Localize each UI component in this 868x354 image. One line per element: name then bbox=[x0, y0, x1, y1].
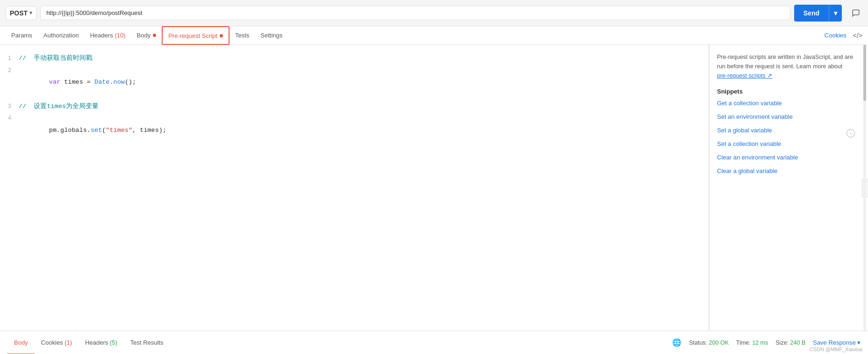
tab-body[interactable]: Body bbox=[131, 26, 162, 45]
snippet-set-collection-variable[interactable]: Set a collection variable bbox=[717, 140, 861, 147]
send-label: Send bbox=[794, 5, 829, 22]
size-label: Size: 240 B bbox=[775, 340, 805, 346]
tab-authorization-label: Authorization bbox=[43, 32, 79, 39]
code-line-4: 4 pm.globals.set("times", times); bbox=[0, 112, 709, 148]
url-bar: POST ▾ Send ▾ bbox=[0, 0, 868, 26]
save-response-chevron-icon: ▾ bbox=[857, 339, 861, 346]
bottom-tab-test-results-label: Test Results bbox=[130, 339, 164, 346]
bottom-tab-headers-label: Headers (5) bbox=[85, 339, 117, 346]
code-line-2: 2 var times = Date.now(); bbox=[0, 65, 709, 101]
time-label: Time: 12 ms bbox=[736, 340, 768, 346]
tab-settings-label: Settings bbox=[260, 32, 282, 39]
line-number-3: 3 bbox=[0, 101, 19, 112]
bottom-tab-body-label: Body bbox=[14, 339, 28, 346]
scrollbar-thumb[interactable] bbox=[863, 45, 866, 101]
bottom-tab-headers[interactable]: Headers (5) bbox=[79, 331, 124, 354]
tab-params[interactable]: Params bbox=[6, 26, 38, 45]
code-content-3: // 设置times为全局变量 bbox=[19, 101, 701, 113]
method-label: POST bbox=[10, 9, 28, 17]
bottom-bar: Body Cookies (1) Headers (5) Test Result… bbox=[0, 331, 868, 354]
status-area: 🌐 Status: 200 OK Time: 12 ms Size: 240 B… bbox=[672, 338, 861, 347]
pre-request-dot bbox=[220, 34, 223, 37]
method-selector[interactable]: POST ▾ bbox=[6, 6, 36, 20]
watermark: CSDN @MMF_Xiaobai bbox=[810, 347, 862, 352]
save-response-label: Save Response bbox=[813, 339, 856, 346]
code-content-1: // 手动获取当前时间戳 bbox=[19, 52, 701, 65]
pre-request-scripts-link[interactable]: pre-request scripts ↗ bbox=[717, 72, 772, 79]
cookies-button[interactable]: Cookies bbox=[825, 32, 846, 39]
code-line-3: 3 // 设置times为全局变量 bbox=[0, 101, 709, 113]
tab-headers[interactable]: Headers (10) bbox=[85, 26, 131, 45]
code-icon[interactable]: </> bbox=[853, 32, 862, 39]
snippets-title: Snippets bbox=[717, 88, 861, 95]
tab-headers-label: Headers (10) bbox=[90, 32, 126, 39]
globe-icon: 🌐 bbox=[672, 338, 681, 347]
tab-tests[interactable]: Tests bbox=[230, 26, 255, 45]
tab-body-label: Body bbox=[137, 32, 151, 39]
code-line-1: 1 // 手动获取当前时间戳 bbox=[0, 52, 709, 65]
url-input[interactable] bbox=[40, 6, 790, 20]
method-chevron-icon: ▾ bbox=[29, 10, 32, 16]
tab-bar: Params Authorization Headers (10) Body P… bbox=[0, 26, 868, 45]
tab-params-label: Params bbox=[11, 32, 32, 39]
code-content-2: var times = Date.now(); bbox=[19, 65, 701, 101]
send-dropdown-icon[interactable]: ▾ bbox=[829, 5, 842, 22]
right-panel-description: Pre-request scripts are written in JavaS… bbox=[717, 52, 861, 80]
line-number-1: 1 bbox=[0, 53, 19, 64]
bottom-tab-body[interactable]: Body bbox=[7, 331, 35, 354]
body-dot bbox=[153, 34, 156, 37]
line-number-2: 2 bbox=[0, 65, 19, 76]
snippet-clear-environment-variable[interactable]: Clear an environment variable bbox=[717, 154, 861, 161]
line-number-4: 4 bbox=[0, 113, 19, 124]
right-panel: › Pre-request scripts are written in Jav… bbox=[709, 45, 868, 331]
tab-pre-request-label: Pre-request Script bbox=[168, 32, 217, 39]
bottom-tab-cookies-label: Cookies (1) bbox=[41, 339, 72, 346]
send-button[interactable]: Send ▾ bbox=[794, 5, 842, 22]
scrollbar-track bbox=[863, 45, 866, 331]
code-content-4: pm.globals.set("times", times); bbox=[19, 112, 701, 148]
snippet-get-collection-variable[interactable]: Get a collection variable bbox=[717, 100, 861, 107]
snippet-set-global-variable[interactable]: Set a global variable bbox=[717, 127, 861, 134]
tab-settings[interactable]: Settings bbox=[255, 26, 288, 45]
tab-tests-label: Tests bbox=[235, 32, 249, 39]
save-response-button[interactable]: Save Response ▾ bbox=[813, 339, 861, 346]
comment-icon[interactable] bbox=[849, 7, 862, 20]
snippet-set-environment-variable[interactable]: Set an environment variable bbox=[717, 113, 861, 120]
code-editor[interactable]: 1 // 手动获取当前时间戳 2 var times = Date.now();… bbox=[0, 45, 709, 331]
bottom-tab-cookies[interactable]: Cookies (1) bbox=[35, 331, 79, 354]
tab-authorization[interactable]: Authorization bbox=[38, 26, 85, 45]
info-icon[interactable] bbox=[846, 129, 855, 139]
bottom-tab-test-results[interactable]: Test Results bbox=[124, 331, 170, 354]
main-content: 1 // 手动获取当前时间戳 2 var times = Date.now();… bbox=[0, 45, 868, 331]
snippet-clear-global-variable[interactable]: Clear a global variable bbox=[717, 167, 861, 174]
status-label: Status: 200 OK bbox=[689, 340, 729, 346]
tab-pre-request-script[interactable]: Pre-request Script bbox=[162, 26, 230, 45]
